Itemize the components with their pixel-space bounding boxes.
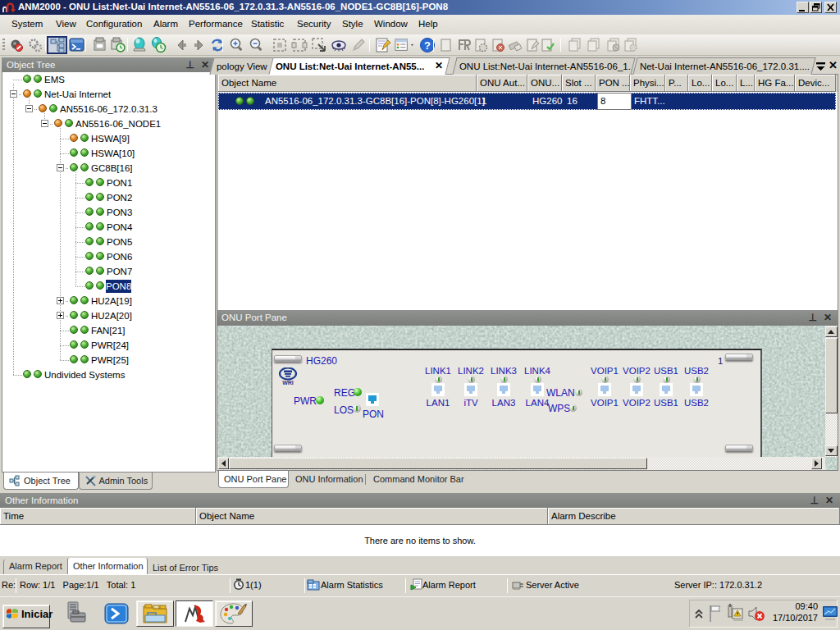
svg-text:?: ? [424,39,431,52]
svg-text:WRI: WRI [282,380,294,386]
